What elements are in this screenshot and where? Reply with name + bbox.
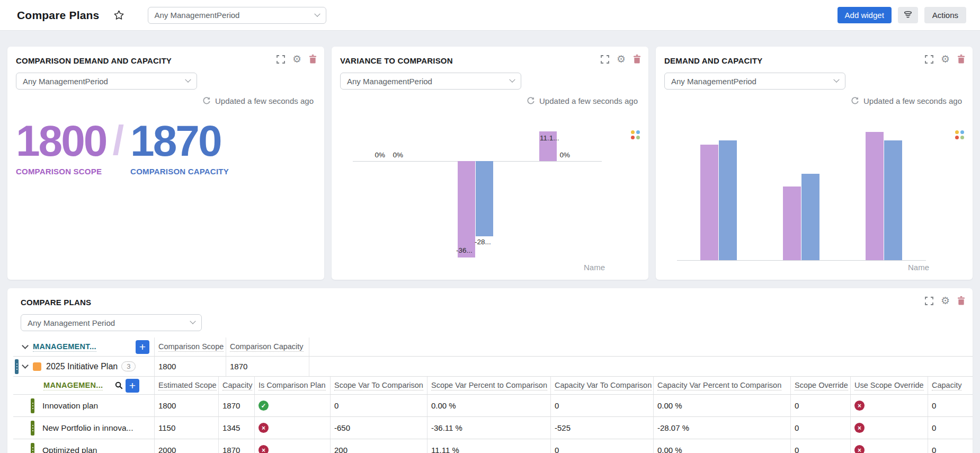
column-header[interactable]: Comparison Scope (158, 342, 224, 352)
cell-c-cap: 1345 (219, 417, 255, 439)
column-header-cell: Capacity Var Percent to Comparison (654, 377, 791, 394)
add-plan-button[interactable]: + (126, 379, 139, 393)
table-row-group[interactable]: 2025 Initiative Plan318001870 (13, 357, 973, 377)
gear-icon[interactable]: ⚙ (617, 54, 626, 64)
column-header[interactable]: Use Scope Override (854, 381, 924, 390)
chevron-down-icon (314, 11, 320, 16)
bar-scope-var-percent-to-comparison (458, 161, 475, 257)
bar-value-label: 11.1... (540, 134, 559, 142)
drag-handle-icon[interactable] (31, 421, 34, 436)
refresh-icon[interactable] (527, 97, 535, 105)
plan-name-cell: Optimized plan (13, 439, 155, 453)
cell-c-svp: 0.00 % (427, 395, 551, 416)
gear-icon[interactable]: ⚙ (941, 54, 950, 64)
column-header[interactable]: Comparison Capacity (230, 342, 304, 352)
bar-value-label: 0% (375, 151, 386, 159)
plan-name-cell: Innovation plan (13, 395, 155, 416)
add-widget-button[interactable]: Add widget (838, 7, 892, 23)
fullscreen-icon[interactable] (277, 55, 285, 64)
widget-period-select[interactable]: Any ManagementPeriod (16, 73, 197, 90)
column-header[interactable]: Capacity Var Percent to Comparison (657, 381, 781, 390)
widget-period-value: Any ManagementPeriod (671, 77, 756, 86)
x-axis-label: Name (908, 263, 929, 272)
column-header-cell: Scope Var Percent to Comparison (427, 377, 551, 394)
table-period-value: Any Management Period (28, 318, 115, 327)
chevron-down-icon[interactable] (22, 342, 29, 349)
drag-handle-icon[interactable] (15, 359, 19, 374)
column-header-cell: Is Comparison Plan (255, 377, 331, 394)
group-column-header-cell: MANAGEMEN...+ (13, 377, 155, 394)
updated-status: Updated a few seconds ago (664, 96, 964, 105)
column-header[interactable]: Capacity Var To Comparison (555, 381, 652, 390)
global-period-select[interactable]: Any ManagementPeriod (148, 7, 326, 24)
column-header[interactable]: Estimated Scope (158, 381, 217, 390)
cell-c-last: 0 (928, 395, 973, 416)
cell-c-uso: × (851, 439, 928, 453)
column-header-cell: Comparison Scope (155, 337, 226, 356)
cross-icon[interactable]: × (259, 423, 269, 433)
add-plan-button[interactable]: + (136, 340, 149, 354)
slash-separator: / (112, 119, 124, 163)
cell-c-cap: 1870 (219, 439, 255, 453)
column-header[interactable]: Scope Override (795, 381, 848, 390)
drag-handle-icon[interactable] (31, 398, 34, 413)
cross-icon[interactable]: × (259, 445, 269, 453)
cross-icon[interactable]: × (854, 445, 865, 453)
column-header[interactable]: Scope Var To Comparison (334, 381, 423, 390)
column-header[interactable]: Is Comparison Plan (259, 381, 326, 390)
comparison-numbers: 1800 COMPARISON SCOPE / 1870 COMPARISON … (16, 119, 316, 176)
cell-c-est: 2000 (155, 439, 219, 453)
group-column-header-cell: MANAGEMENT...+ (13, 337, 155, 356)
gear-icon[interactable]: ⚙ (941, 296, 950, 306)
widget-title: DEMAND AND CAPACITY (664, 56, 964, 65)
column-header-cell: Estimated Scope (155, 377, 219, 394)
cell-c-sv: 0 (331, 395, 427, 416)
cell-c-isc: × (255, 417, 331, 439)
trash-icon[interactable] (633, 55, 641, 64)
plan-group-name-cell: 2025 Initiative Plan3 (13, 357, 155, 376)
demand-capacity-bar-chart: Name (664, 126, 964, 273)
filter-button[interactable] (898, 7, 918, 23)
favorite-star-icon[interactable] (113, 10, 124, 21)
cell-c-cv: 0 (551, 439, 654, 453)
cross-icon[interactable]: × (854, 401, 865, 411)
gear-icon[interactable]: ⚙ (292, 54, 301, 64)
widget-demand-and-capacity: DEMAND AND CAPACITY ⚙ Any ManagementPeri… (656, 47, 973, 280)
actions-button[interactable]: Actions (924, 7, 966, 23)
management-period-column-header[interactable]: MANAGEMEN... (43, 381, 103, 390)
column-header-cell: Use Scope Override (851, 377, 928, 394)
search-icon[interactable] (112, 379, 126, 393)
bar-estimated-scope (700, 145, 718, 260)
column-header[interactable]: Scope Var Percent to Comparison (431, 381, 547, 390)
widget-period-select[interactable]: Any ManagementPeriod (664, 73, 845, 90)
refresh-icon[interactable] (202, 97, 211, 105)
table-period-select[interactable]: Any Management Period (21, 314, 202, 331)
drag-handle-icon[interactable] (31, 443, 34, 453)
table-row[interactable]: New Portfolio in innova...11501345×-650-… (13, 417, 973, 439)
trash-icon[interactable] (957, 55, 965, 64)
table-row[interactable]: Optimized plan20001870×20011.11 %00.00 %… (13, 439, 973, 453)
bar-capacity (719, 140, 737, 260)
refresh-icon[interactable] (851, 97, 859, 105)
bar-estimated-scope (783, 186, 801, 260)
column-header[interactable]: Capacity (932, 381, 961, 390)
cell-c-cap: 1870 (219, 395, 255, 416)
trash-icon[interactable] (957, 296, 965, 305)
check-icon[interactable]: ✓ (259, 401, 269, 411)
fullscreen-icon[interactable] (601, 55, 609, 64)
fullscreen-icon[interactable] (925, 55, 933, 64)
chevron-down-icon (190, 318, 195, 324)
column-header[interactable]: Capacity (222, 381, 252, 390)
column-header-cell: Scope Var To Comparison (331, 377, 427, 394)
chevron-down-icon (185, 77, 191, 83)
trash-icon[interactable] (309, 55, 317, 64)
cross-icon[interactable]: × (854, 423, 865, 433)
chevron-down-icon[interactable] (22, 362, 29, 369)
bar-value-label: -28... (475, 238, 491, 246)
management-period-column-header[interactable]: MANAGEMENT... (33, 342, 96, 352)
fullscreen-icon[interactable] (925, 297, 933, 305)
column-header-cell: Comparison Capacity (226, 337, 309, 356)
bar-capacity (801, 174, 819, 260)
table-row[interactable]: Innovation plan18001870✓00.00 %00.00 %0×… (13, 395, 973, 417)
widget-period-select[interactable]: Any ManagementPeriod (340, 73, 521, 90)
